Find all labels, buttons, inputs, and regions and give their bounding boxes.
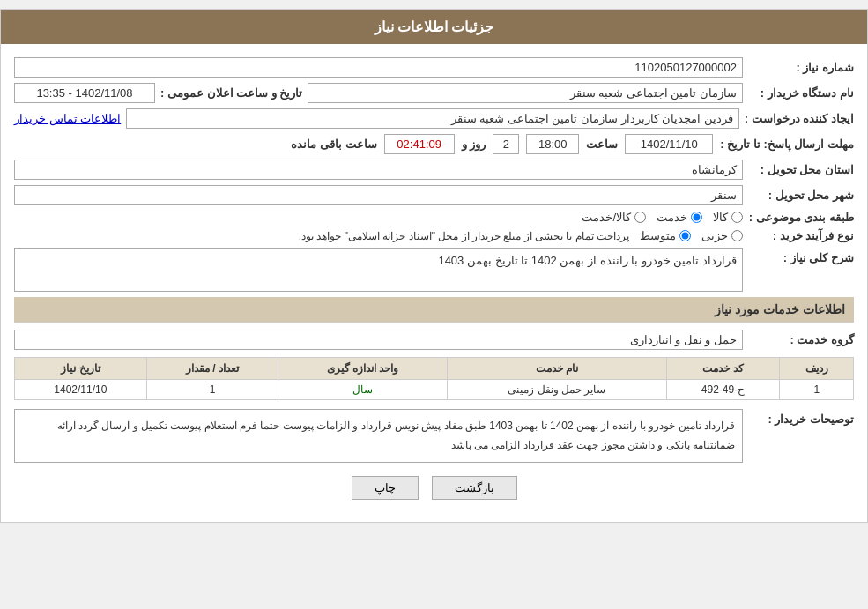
noefarayand-label: نوع فرآیند خرید : — [748, 229, 854, 242]
col-tedad: تعداد / مقدار — [146, 358, 278, 380]
ijad-konnande-value: فردین امجدیان کاربردار سازمان تامین اجتم… — [126, 108, 739, 129]
shahr-label: شهر محل تحویل : — [748, 189, 854, 202]
mohlat-row: مهلت ارسال پاسخ: تا تاریخ : 1402/11/10 س… — [14, 134, 854, 154]
services-table-section: ردیف کد خدمت نام خدمت واحد اندازه گیری ت… — [14, 357, 854, 400]
table-row: 1 ح-49-492 سایر حمل ونقل زمینی سال 1 140… — [15, 380, 854, 400]
print-button[interactable]: چاپ — [352, 476, 419, 500]
page-title: جزئیات اطلاعات نیاز — [375, 19, 494, 34]
services-table: ردیف کد خدمت نام خدمت واحد اندازه گیری ت… — [14, 357, 854, 400]
ijad-konnande-row: ایجاد کننده درخواست : فردین امجدیان کارب… — [14, 108, 854, 129]
mohlat-label: مهلت ارسال پاسخ: تا تاریخ : — [720, 137, 854, 151]
tabaqe-kalaKhadamat-label: کالا/خدمت — [582, 211, 631, 224]
content-area: شماره نیاز : 1102050127000002 نام دستگاه… — [1, 44, 867, 522]
countdown-value: 02:41:09 — [384, 134, 455, 154]
tosih-label: توصیحات خریدار : — [748, 409, 854, 426]
noefarayand-row: نوع فرآیند خرید : جزیی متوسط پرداخت تمام… — [14, 229, 854, 242]
ostan-row: استان محل تحویل : کرمانشاه — [14, 160, 854, 180]
motavaset-label: متوسط — [640, 229, 676, 242]
saat-value: 18:00 — [526, 134, 579, 154]
tosih-row: توصیحات خریدار : قرارداد تامین خودرو با … — [14, 409, 854, 463]
cell-tarikh: 1402/11/10 — [15, 380, 147, 400]
grohe-label: گروه خدمت : — [748, 333, 854, 346]
tabaqe-kala-item: کالا — [713, 211, 743, 224]
baqiMande-label: ساعت باقی مانده — [291, 137, 376, 151]
tabaqe-khadamat-item: خدمت — [657, 211, 702, 224]
nam-dastgah-label: نام دستگاه خریدار : — [748, 86, 854, 100]
jozi-item: جزیی — [701, 229, 743, 242]
back-button[interactable]: بازگشت — [432, 476, 517, 500]
ijad-konnande-label: ایجاد کننده درخواست : — [745, 112, 854, 125]
cell-kod: ح-49-492 — [666, 380, 780, 400]
col-nam: نام خدمت — [447, 358, 666, 380]
announcement-label: تاریخ و ساعت اعلان عمومی : — [160, 86, 302, 100]
nam-dastgah-value: سازمان تامین اجتماعی شعبه سنقر — [308, 83, 743, 103]
button-row: بازگشت چاپ — [14, 476, 854, 500]
tabaqe-khadamat-radio[interactable] — [691, 212, 702, 223]
tabaqe-khadamat-label: خدمت — [657, 211, 687, 224]
tosih-value: قرارداد تامین خودرو با راننده از بهمن 14… — [14, 409, 743, 463]
announcement-row: نام دستگاه خریدار : سازمان تامین اجتماعی… — [14, 83, 854, 103]
motavaset-radio[interactable] — [679, 230, 691, 241]
noefarayand-group: جزیی متوسط پرداخت تمام یا بخشی از مبلغ خ… — [299, 229, 743, 242]
ostan-value: کرمانشاه — [14, 160, 743, 180]
col-radif: ردیف — [780, 358, 854, 380]
sharh-row: شرح کلی نیاز : قرارداد تامین خودرو با را… — [14, 248, 854, 292]
shomare-niaz-row: شماره نیاز : 1102050127000002 — [14, 57, 854, 78]
motavaset-item: متوسط — [640, 229, 691, 242]
roz-value: 2 — [493, 134, 519, 154]
sharh-value: قرارداد تامین خودرو با راننده از بهمن 14… — [14, 248, 743, 292]
tabaqe-kala-radio[interactable] — [731, 212, 743, 223]
etelaatTamas-link[interactable]: اطلاعات تماس خریدار — [14, 112, 121, 125]
announcement-value: 1402/11/08 - 13:35 — [14, 83, 155, 103]
noefarayand-note: پرداخت تمام یا بخشی از مبلغ خریدار از مح… — [299, 230, 629, 242]
tabaqe-row: طبقه بندی موضوعی : کالا خدمت کالا/خدمت — [14, 211, 854, 224]
grohe-row: گروه خدمت : حمل و نقل و انبارداری — [14, 330, 854, 350]
shomare-niaz-label: شماره نیاز : — [748, 61, 854, 74]
ostan-label: استان محل تحویل : — [748, 163, 854, 176]
page-wrapper: جزئیات اطلاعات نیاز شماره نیاز : 1102050… — [0, 9, 868, 523]
roz-label: روز و — [462, 137, 486, 151]
date-value: 1402/11/10 — [625, 134, 713, 154]
tabaqe-label: طبقه بندی موضوعی : — [748, 211, 854, 224]
shahr-row: شهر محل تحویل : سنقر — [14, 185, 854, 205]
tabaqe-radio-group: کالا خدمت کالا/خدمت — [582, 211, 743, 224]
saat-label: ساعت — [586, 137, 618, 151]
col-tarikh: تاریخ نیاز — [15, 358, 147, 380]
services-title: اطلاعات خدمات مورد نیاز — [14, 297, 854, 323]
cell-radif: 1 — [780, 380, 854, 400]
tabaqe-kalaKhadamat-radio[interactable] — [634, 212, 646, 223]
shomare-niaz-value: 1102050127000002 — [14, 57, 743, 78]
cell-tedad: 1 — [146, 380, 278, 400]
jozi-radio[interactable] — [731, 230, 743, 241]
tabaqe-kalaKhadamat-item: کالا/خدمت — [582, 211, 646, 224]
col-kod: کد خدمت — [666, 358, 780, 380]
tabaqe-kala-label: کالا — [713, 211, 728, 224]
table-header-row: ردیف کد خدمت نام خدمت واحد اندازه گیری ت… — [15, 358, 854, 380]
page-header: جزئیات اطلاعات نیاز — [1, 10, 867, 44]
cell-vahed: سال — [278, 380, 448, 400]
sharh-label: شرح کلی نیاز : — [748, 248, 854, 264]
col-vahed: واحد اندازه گیری — [278, 358, 448, 380]
grohe-value: حمل و نقل و انبارداری — [14, 330, 743, 350]
shahr-value: سنقر — [14, 185, 743, 205]
cell-nam: سایر حمل ونقل زمینی — [447, 380, 666, 400]
jozi-label: جزیی — [701, 229, 728, 242]
